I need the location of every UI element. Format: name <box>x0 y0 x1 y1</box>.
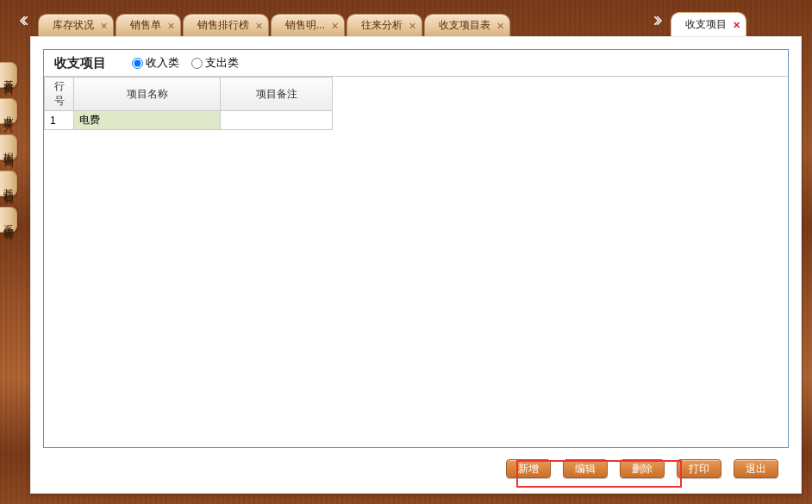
sidebar-item-business-entry[interactable]: 业务录入 <box>0 98 17 124</box>
tab-scroll-left[interactable] <box>16 7 31 34</box>
sidebar-item-system-manage[interactable]: 系统管理 <box>0 207 17 233</box>
cell-name: 电费 <box>74 111 221 130</box>
cell-note <box>221 111 333 130</box>
sidebar-item-report-query[interactable]: 报表查询 <box>0 134 17 160</box>
tabs-container: 库存状况 ✕ 销售单 ✕ 销售排行榜 ✕ 销售明... ✕ 往来分析 ✕ 收支项… <box>38 14 512 36</box>
radio-income[interactable]: 收入类 <box>132 55 179 71</box>
button-bar: 新增 编辑 删除 打印 退出 <box>31 455 801 482</box>
add-button[interactable]: 新增 <box>506 459 551 478</box>
radio-expense-input[interactable] <box>191 58 203 69</box>
tab-label: 销售排行榜 <box>197 18 249 33</box>
tab-strip: 库存状况 ✕ 销售单 ✕ 销售排行榜 ✕ 销售明... ✕ 往来分析 ✕ 收支项… <box>0 0 812 36</box>
tab-income-expense-item[interactable]: 收支项目 ✕ <box>671 12 746 36</box>
close-icon[interactable]: ✕ <box>409 21 416 30</box>
tab-label: 往来分析 <box>361 18 403 33</box>
tab-label: 销售明... <box>285 18 325 33</box>
sidebar-item-label: 其它功能 <box>1 180 16 187</box>
tab-label: 收支项目表 <box>439 18 490 33</box>
tab-contacts[interactable]: 往来分析 ✕ <box>347 14 422 36</box>
radio-label: 收入类 <box>146 55 179 71</box>
category-radio-group: 收入类 支出类 <box>132 55 239 71</box>
tab-label: 收支项目 <box>685 17 727 32</box>
tab-label: 库存状况 <box>53 18 94 33</box>
close-icon[interactable]: ✕ <box>100 21 108 30</box>
tab-inventory[interactable]: 库存状况 ✕ <box>38 14 114 36</box>
table-header-row: 行号 项目名称 项目备注 <box>45 78 333 111</box>
tab-sales-detail[interactable]: 销售明... ✕ <box>271 14 345 36</box>
radio-income-input[interactable] <box>132 58 143 69</box>
radio-label: 支出类 <box>205 55 239 71</box>
data-grid: 行号 项目名称 项目备注 1 电费 <box>44 76 788 130</box>
radio-expense[interactable]: 支出类 <box>191 55 239 71</box>
items-table: 行号 项目名称 项目备注 1 电费 <box>44 77 333 130</box>
tab-label: 销售单 <box>130 18 161 33</box>
print-button[interactable]: 打印 <box>677 459 721 478</box>
sidebar-item-other-functions[interactable]: 其它功能 <box>0 171 17 196</box>
main-panel: 收支项目 收入类 支出类 行号 项目名称 项目备注 <box>30 36 802 494</box>
col-header-rownum[interactable]: 行号 <box>45 78 74 111</box>
edit-button[interactable]: 编辑 <box>563 459 608 478</box>
close-icon[interactable]: ✕ <box>497 21 504 30</box>
sidebar-item-label: 业务录入 <box>1 108 16 115</box>
table-row[interactable]: 1 电费 <box>45 111 333 130</box>
sidebar-item-basic-data[interactable]: 基本资料 <box>0 62 17 88</box>
panel-inner: 收支项目 收入类 支出类 行号 项目名称 项目备注 <box>43 49 789 448</box>
cell-rownum: 1 <box>45 111 74 130</box>
panel-header: 收支项目 收入类 支出类 <box>44 50 788 76</box>
sidebar-item-label: 系统管理 <box>1 216 16 223</box>
close-icon[interactable]: ✕ <box>167 21 175 30</box>
tab-sales-order[interactable]: 销售单 ✕ <box>116 14 181 36</box>
col-header-note[interactable]: 项目备注 <box>221 78 333 111</box>
tab-income-expense-table[interactable]: 收支项目表 ✕ <box>424 14 510 36</box>
sidebar-item-label: 基本资料 <box>1 72 16 78</box>
page-title: 收支项目 <box>54 55 106 72</box>
sidebar-item-label: 报表查询 <box>1 144 16 151</box>
exit-button[interactable]: 退出 <box>734 459 778 478</box>
tab-sales-rank[interactable]: 销售排行榜 ✕ <box>183 14 269 36</box>
tab-scroll-right[interactable] <box>651 7 666 34</box>
close-icon[interactable]: ✕ <box>255 21 263 30</box>
close-icon[interactable]: ✕ <box>733 20 740 29</box>
delete-button[interactable]: 删除 <box>620 459 665 478</box>
col-header-name[interactable]: 项目名称 <box>74 78 221 111</box>
close-icon[interactable]: ✕ <box>331 21 339 30</box>
sidebar: 基本资料 业务录入 报表查询 其它功能 系统管理 <box>0 36 19 504</box>
